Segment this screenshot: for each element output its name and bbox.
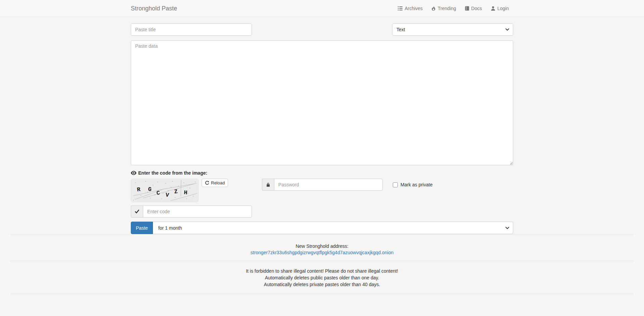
- nav-item-docs[interactable]: Docs: [461, 0, 486, 16]
- nav-item-login[interactable]: Login: [486, 0, 513, 16]
- onion-address-link[interactable]: stronger7zkr33u6shgpdgizrwgvqtflpgk5g4d7…: [251, 250, 394, 255]
- captcha-image: R G C V Z H: [131, 179, 199, 202]
- check-icon-addon: [131, 206, 143, 218]
- captcha-letter: H: [184, 189, 188, 196]
- list-icon: [398, 6, 402, 11]
- paste-title-input[interactable]: [131, 24, 252, 36]
- mark-private-checkbox-row[interactable]: Mark as private: [393, 182, 433, 187]
- nav-item-label: Archives: [405, 6, 423, 11]
- captcha-letter: C: [156, 190, 160, 196]
- captcha-code-input[interactable]: [143, 206, 252, 218]
- nav-item-archives[interactable]: Archives: [393, 0, 427, 16]
- paste-submit-button[interactable]: Paste: [131, 222, 153, 234]
- reload-button-label: Reload: [211, 180, 225, 185]
- notice-line: Automatically deletes private pastes old…: [0, 281, 644, 288]
- lock-icon-addon: [262, 179, 274, 191]
- nav-item-label: Docs: [471, 6, 482, 11]
- language-select[interactable]: Text: [392, 24, 513, 36]
- nav-item-trending[interactable]: Trending: [427, 0, 461, 16]
- navbar: Stronghold Paste Archives Trending Docs …: [0, 0, 644, 17]
- paste-form: Text Enter the code from the image:: [131, 17, 513, 234]
- password-input[interactable]: [274, 179, 383, 191]
- footer-divider: [10, 294, 634, 294]
- lock-icon: [266, 182, 270, 187]
- notice-line: It is forbidden to share illegal content…: [0, 268, 644, 274]
- expiry-select-wrap: for 1 month: [153, 222, 513, 234]
- captcha-letter: G: [148, 186, 152, 193]
- nav-item-label: Login: [497, 6, 509, 11]
- captcha-label: Enter the code from the image:: [131, 170, 513, 176]
- captcha-label-text: Enter the code from the image:: [138, 170, 207, 176]
- notice-line: Automatically deletes public pastes olde…: [0, 274, 644, 281]
- nav-menu: Archives Trending Docs Login: [393, 0, 513, 16]
- address-heading: New Stronghold address:: [0, 243, 644, 249]
- check-icon: [135, 210, 139, 214]
- reload-captcha-button[interactable]: Reload: [202, 179, 228, 187]
- private-checkbox-label: Mark as private: [400, 182, 433, 187]
- brand-title[interactable]: Stronghold Paste: [131, 0, 177, 17]
- paste-data-textarea[interactable]: [131, 40, 513, 165]
- expiry-select[interactable]: for 1 month: [153, 222, 513, 234]
- fire-icon: [431, 6, 436, 11]
- book-icon: [465, 6, 469, 11]
- language-select-wrap: Text: [392, 24, 513, 36]
- private-checkbox[interactable]: [393, 182, 398, 187]
- refresh-icon: [205, 181, 209, 185]
- eye-icon: [131, 171, 137, 175]
- footer: New Stronghold address: stronger7zkr33u6…: [0, 234, 644, 294]
- nav-item-label: Trending: [438, 6, 456, 11]
- user-icon: [491, 6, 495, 11]
